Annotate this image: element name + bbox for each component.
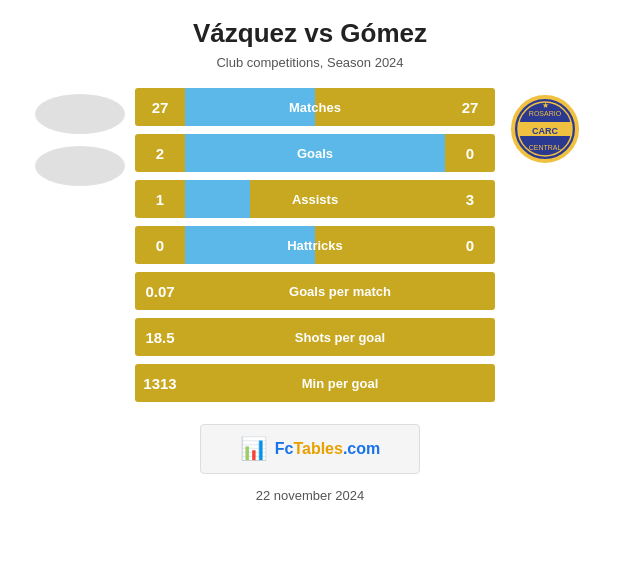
stat-label-assists: Assists xyxy=(185,192,445,207)
stat-bar-bg-hattricks: Hattricks xyxy=(185,226,445,264)
stat-right-val-matches: 27 xyxy=(445,99,495,116)
fctables-banner: 📊 FcTables.com xyxy=(200,424,420,474)
stat-row-hattricks: 0Hattricks0 xyxy=(135,226,495,264)
page-container: Vázquez vs Gómez Club competitions, Seas… xyxy=(0,0,620,580)
stat-left-val-shots-per-goal: 18.5 xyxy=(135,329,185,346)
stat-bar-bg-matches: Matches xyxy=(185,88,445,126)
stat-left-val-goals: 2 xyxy=(135,145,185,162)
stat-label-shots-per-goal: Shots per goal xyxy=(185,330,495,345)
stat-row-shots-per-goal: 18.5Shots per goal xyxy=(135,318,495,356)
stat-bar-bg-goals: Goals xyxy=(185,134,445,172)
stat-left-val-hattricks: 0 xyxy=(135,237,185,254)
stat-label-min-per-goal: Min per goal xyxy=(185,376,495,391)
stat-row-goals-per-match: 0.07Goals per match xyxy=(135,272,495,310)
date-footer: 22 november 2024 xyxy=(256,488,364,503)
stats-bars: 27Matches272Goals01Assists30Hattricks00.… xyxy=(135,88,495,402)
stat-row-assists: 1Assists3 xyxy=(135,180,495,218)
right-logo-area: CARC ROSARIO CENTRAL ★ xyxy=(495,88,595,164)
stat-row-min-per-goal: 1313Min per goal xyxy=(135,364,495,402)
left-avatars xyxy=(25,88,135,186)
stat-bar-bg-goals-per-match: Goals per match xyxy=(185,272,495,310)
stat-right-val-goals: 0 xyxy=(445,145,495,162)
stat-left-val-assists: 1 xyxy=(135,191,185,208)
stat-bar-bg-assists: Assists xyxy=(185,180,445,218)
stat-left-val-goals-per-match: 0.07 xyxy=(135,283,185,300)
club-logo-svg: CARC ROSARIO CENTRAL ★ xyxy=(510,94,580,164)
stat-label-goals-per-match: Goals per match xyxy=(185,284,495,299)
stat-row-matches: 27Matches27 xyxy=(135,88,495,126)
stat-bar-bg-min-per-goal: Min per goal xyxy=(185,364,495,402)
stat-label-matches: Matches xyxy=(185,100,445,115)
stat-left-val-matches: 27 xyxy=(135,99,185,116)
stat-bar-bg-shots-per-goal: Shots per goal xyxy=(185,318,495,356)
stats-area: 27Matches272Goals01Assists30Hattricks00.… xyxy=(10,88,610,402)
player1-avatar xyxy=(35,94,125,134)
page-title: Vázquez vs Gómez xyxy=(193,18,427,49)
stat-row-goals: 2Goals0 xyxy=(135,134,495,172)
stat-label-goals: Goals xyxy=(185,146,445,161)
stat-label-hattricks: Hattricks xyxy=(185,238,445,253)
svg-text:CENTRAL: CENTRAL xyxy=(529,144,562,151)
svg-text:ROSARIO: ROSARIO xyxy=(529,110,562,117)
player2-avatar xyxy=(35,146,125,186)
svg-text:★: ★ xyxy=(542,101,549,110)
page-subtitle: Club competitions, Season 2024 xyxy=(216,55,403,70)
stat-right-val-assists: 3 xyxy=(445,191,495,208)
fctables-label: FcTables.com xyxy=(275,440,381,458)
stat-left-val-min-per-goal: 1313 xyxy=(135,375,185,392)
svg-text:CARC: CARC xyxy=(532,126,558,136)
fctables-icon: 📊 xyxy=(240,436,267,462)
stat-right-val-hattricks: 0 xyxy=(445,237,495,254)
